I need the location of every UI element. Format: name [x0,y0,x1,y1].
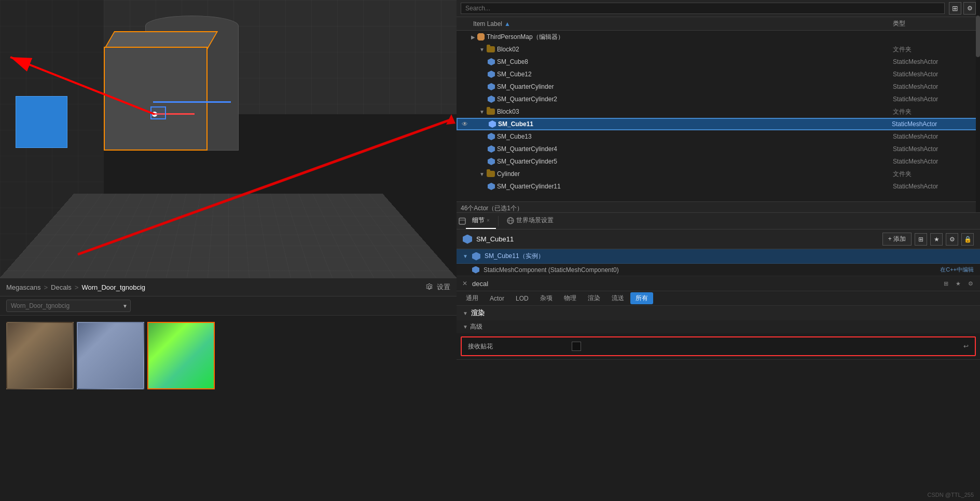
folder-icon [487,109,495,115]
detail-tabs: 细节 × 世界场景设置 [457,213,980,229]
row-type: StaticMeshActor [893,96,976,103]
row-type: 文件夹 [893,107,976,116]
table-row[interactable]: SM_Cube13 StaticMeshActor [457,130,980,143]
prop-reset-icon[interactable]: ↩ [963,343,969,350]
row-label: SM_QuarterCylinder2 [497,96,893,103]
mesh-icon [488,183,495,190]
content-browser: Megascans > Decals > Worn_Door_tgnobcig … [0,278,457,501]
thumbnail-3[interactable] [147,322,215,389]
settings-btn[interactable]: ⚙ [946,233,958,246]
grid-view-btn[interactable]: ⊞ [915,233,927,246]
tab-separator [498,216,499,226]
prop-decal-checkbox[interactable] [572,342,581,351]
cb-filter-dropdown[interactable] [6,300,131,312]
instance-row[interactable]: ▼ SM_Cube11（实例） [457,249,980,264]
table-row[interactable]: ▶ ThirdPersonMap（编辑器） [457,31,980,43]
search-clear-btn[interactable]: ✕ [461,280,469,287]
component-row[interactable]: StaticMeshComponent (StaticMeshComponent… [457,264,980,276]
gear-icon[interactable] [425,283,434,291]
filter-tabs: 通用 Actor LOD 杂项 物理 渲染 流送 所有 [457,291,980,306]
mesh-icon [488,71,495,78]
cb-settings-label[interactable]: 设置 [437,282,450,292]
search-grid-btn[interactable]: ⊞ [941,278,951,289]
viewport [0,0,457,278]
folder-icon [487,171,495,177]
table-row[interactable]: ▼ Block02 文件夹 [457,43,980,56]
component-label: StaticMeshComponent (StaticMeshComponent… [484,266,936,274]
table-row[interactable]: SM_QuarterCylinder2 StaticMeshActor [457,93,980,105]
breadcrumb-sep2: > [75,283,79,291]
breadcrumb-mid[interactable]: Decals [51,283,72,291]
tab-detail[interactable]: 细节 × [466,213,496,229]
search-star-btn[interactable]: ★ [953,278,963,289]
row-label: SM_QuarterCylinder11 [497,183,893,190]
outliner-scrollbar[interactable] [976,0,980,212]
render-section-arrow: ▼ [463,310,468,316]
row-type: StaticMeshActor [893,183,976,190]
row-label: ThirdPersonMap（编辑器） [487,33,893,42]
add-button[interactable]: + 添加 [882,233,912,246]
filter-tab-lod[interactable]: LOD [510,293,534,304]
svg-rect-4 [459,218,465,224]
prop-row-decal: 接收贴花 ↩ [461,336,976,356]
svg-marker-3 [446,114,456,125]
detail-section: 细节 × 世界场景设置 SM_Cube11 + 添加 ⊞ ★ ⚙ [457,213,980,501]
advanced-subsection-title: 高级 [470,322,482,331]
favorite-btn[interactable]: ★ [930,233,943,246]
search-input[interactable] [472,280,937,288]
filter-tab-physics[interactable]: 物理 [559,292,582,304]
table-row[interactable]: ▼ Cylinder 文件夹 [457,168,980,180]
right-panel: ⊞ ⚙ Item Label ▲ 类型 ▶ ThirdPersonMap（编辑器… [457,0,980,501]
table-row[interactable]: SM_QuarterCylinder11 StaticMeshActor [457,180,980,193]
table-row[interactable]: SM_Cube12 StaticMeshActor [457,68,980,80]
row-label: SM_QuarterCylinder [497,83,893,90]
main-cube [104,31,208,151]
cb-thumbnails [0,316,457,396]
outliner-col-label[interactable]: Item Label ▲ [473,20,893,28]
table-row[interactable]: SM_QuarterCylinder4 StaticMeshActor [457,143,980,155]
main-cube-body [104,47,208,151]
folder-icon [487,46,495,52]
filter-tab-general[interactable]: 通用 [461,292,484,304]
floor [0,194,457,278]
instance-label: SM_Cube11（实例） [485,252,544,261]
cb-filter-dropdown-wrap: ▼ [6,300,131,312]
advanced-subsection-header[interactable]: ▼ 高级 [457,320,980,333]
table-row-selected[interactable]: 👁 SM_Cube11 StaticMeshActor [457,118,980,130]
thumbnail-2[interactable] [77,322,144,389]
table-row[interactable]: SM_Cube8 StaticMeshActor [457,56,980,68]
filter-tab-actor[interactable]: Actor [485,293,509,304]
table-row[interactable]: ▼ Block03 文件夹 [457,105,980,118]
selection-box [150,106,166,119]
component-action-link[interactable]: 在C++中编辑 [940,266,974,274]
prop-decal-label: 接收贴花 [468,342,572,351]
lock-btn[interactable]: 🔒 [961,233,974,246]
breadcrumb-current[interactable]: Worn_Door_tgnobcig [81,283,145,291]
filter-tab-render[interactable]: 渲染 [583,292,605,304]
row-type: StaticMeshActor [893,133,976,140]
outliner-settings-btn[interactable]: ⚙ [963,2,976,15]
thumbnail-1[interactable] [6,322,74,389]
table-row[interactable]: SM_QuarterCylinder5 StaticMeshActor [457,155,980,168]
render-section-header[interactable]: ▼ 渲染 [457,306,980,320]
outliner-search-input[interactable] [461,3,945,14]
row-label: SM_QuarterCylinder4 [497,145,893,153]
outliner-view-btn[interactable]: ⊞ [949,2,961,15]
row-type: 文件夹 [893,170,976,179]
render-section: ▼ 渲染 ▼ 高级 接收贴花 ↩ [457,306,980,360]
filter-tab-stream[interactable]: 流送 [606,292,629,304]
tab-world-settings[interactable]: 世界场景设置 [501,213,560,229]
row-type: StaticMeshActor [893,71,976,78]
breadcrumb-root[interactable]: Megascans [6,283,40,291]
filter-tab-misc[interactable]: 杂项 [535,292,558,304]
instance-icon [472,252,480,261]
table-row[interactable]: SM_QuarterCylinder StaticMeshActor [457,80,980,93]
cb-header: Megascans > Decals > Worn_Door_tgnobcig … [0,278,457,296]
search-gear-btn[interactable]: ⚙ [965,278,976,289]
tab-detail-close[interactable]: × [487,218,490,223]
row-label: Block02 [497,46,893,53]
eye-icon[interactable]: 👁 [462,120,472,128]
detail-title-text: SM_Cube11 [476,235,878,243]
outliner: ⊞ ⚙ Item Label ▲ 类型 ▶ ThirdPersonMap（编辑器… [457,0,980,213]
filter-tab-all[interactable]: 所有 [630,292,653,304]
